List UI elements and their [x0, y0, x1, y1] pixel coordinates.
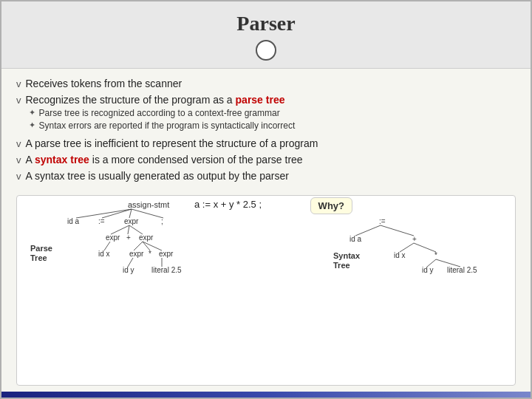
slide-title: Parser: [16, 12, 516, 35]
title-decoration: [256, 40, 276, 61]
svg-line-15: [400, 243, 414, 252]
diagram-svg: assign-stmt a := x + y * 2.5 ; id a := e…: [17, 196, 516, 307]
st-id-y-label: id y: [422, 266, 434, 274]
bullet-icon-2: v: [16, 95, 21, 106]
slide: Parser v Receives tokens from the scanne…: [0, 0, 532, 399]
bullet-4: v A syntax tree is a more condensed vers…: [16, 154, 516, 166]
bullet-1: v Receives tokens from the scanner: [16, 78, 516, 89]
pt-plus-label: +: [126, 233, 131, 242]
bullet-icon-5: v: [16, 171, 21, 182]
pt-semi-label: ;: [161, 217, 163, 225]
syntax-tree-label-text2: Tree: [333, 261, 350, 270]
sub-bullet-2: ✦: [29, 120, 35, 130]
pt-star-label: *: [149, 250, 151, 258]
pt-expr4-label: expr: [129, 250, 144, 258]
pt-literal-label: literal 2.5: [151, 266, 182, 274]
sub-text-1: Parse tree is recognized according to a …: [39, 108, 280, 118]
svg-line-14: [381, 225, 414, 236]
parse-tree-label-text2: Tree: [30, 253, 47, 262]
bottom-bar: [1, 392, 531, 398]
why-bubble: Why?: [310, 197, 352, 214]
content-area: v Receives tokens from the scanner v Rec…: [1, 69, 531, 392]
svg-line-13: [355, 225, 381, 236]
st-literal-25-label: literal 2.5: [447, 266, 477, 274]
bullet-list: v Receives tokens from the scanner v Rec…: [16, 78, 516, 186]
pt-expr2-label: expr: [106, 233, 120, 242]
bullet-text-4: A syntax tree is a more condensed versio…: [26, 154, 303, 166]
parse-tree-label-text: Parse: [30, 244, 52, 253]
bullet-icon-4: v: [16, 154, 21, 166]
sub-item-1: ✦ Parse tree is recognized according to …: [29, 108, 296, 118]
pt-id-x-label: id x: [98, 250, 110, 258]
st-id-a-label: id a: [349, 235, 362, 243]
bullet-5: v A syntax tree is usually generated as …: [16, 170, 516, 182]
bullet-icon-1: v: [16, 78, 21, 89]
bullet-text-5: A syntax tree is usually generated as ou…: [26, 170, 289, 182]
syntax-tree-label-text: Syntax: [333, 251, 361, 260]
bullet-text-1: Receives tokens from the scanner: [26, 78, 183, 89]
sub-list: ✦ Parse tree is recognized according to …: [29, 108, 296, 131]
st-star-label: *: [434, 251, 437, 259]
pt-id-a-label: id a: [67, 217, 80, 225]
st-id-x-label: id x: [394, 251, 406, 259]
st-assign-label: :=: [379, 217, 386, 225]
pt-expr1-label: expr: [124, 217, 139, 225]
bullet-text-2: Recognizes the structure of the program …: [26, 94, 296, 133]
svg-line-9: [143, 242, 150, 250]
title-area: Parser: [1, 1, 531, 69]
pt-expr5-label: expr: [159, 250, 174, 258]
code-line-text: a := x + y * 2.5 ;: [194, 199, 262, 210]
pt-id-y-label: id y: [123, 266, 134, 274]
diagram-area: Why? assign-stmt a := x + y * 2.5 ; id a…: [16, 195, 516, 386]
sub-item-2: ✦ Syntax errors are reported if the prog…: [29, 120, 296, 131]
sub-bullet-1: ✦: [29, 108, 35, 117]
assign-stmt-text: assign-stmt: [128, 200, 169, 209]
pt-assign-label: :=: [98, 217, 105, 225]
svg-line-10: [143, 242, 162, 250]
bullet-3: v A parse tree is inefficient to represe…: [16, 137, 516, 149]
svg-line-16: [414, 243, 436, 252]
bullet-2: v Recognizes the structure of the progra…: [16, 94, 516, 133]
st-plus-label: +: [412, 235, 417, 243]
sub-text-2: Syntax errors are reported if the progra…: [39, 120, 296, 131]
svg-line-6: [129, 225, 143, 234]
bullet-icon-3: v: [16, 138, 21, 149]
pt-expr3-label: expr: [139, 233, 154, 242]
bullet-text-3: A parse tree is inefficient to represent…: [26, 137, 318, 149]
syntax-tree-highlight: syntax tree: [35, 154, 89, 166]
parse-tree-highlight: parse tree: [236, 94, 285, 106]
